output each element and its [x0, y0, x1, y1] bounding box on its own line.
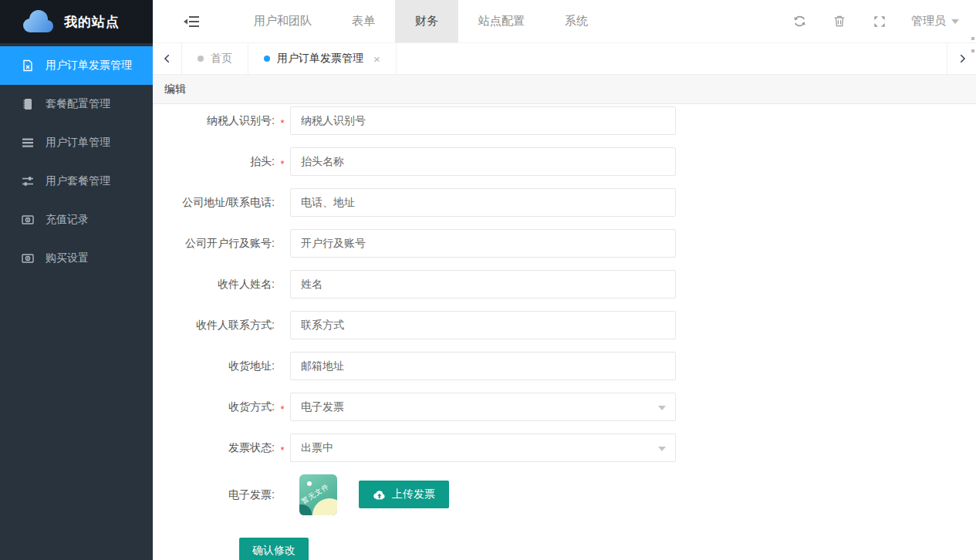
required-asterisk: *	[275, 113, 290, 129]
top-nav: 用户和团队表单财务站点配置系统	[234, 0, 608, 42]
field-label: 发票状态:	[174, 441, 275, 455]
header-actions: 管理员	[766, 0, 976, 42]
select-value: 电子发票	[301, 400, 344, 414]
required-asterisk-empty	[275, 241, 290, 245]
required-asterisk: *	[275, 154, 290, 170]
sidebar-item-label: 套餐配置管理	[46, 97, 110, 111]
form-row-7: 收货方式:*电子发票	[153, 393, 976, 421]
field-input-5[interactable]	[290, 311, 676, 339]
required-asterisk: *	[275, 440, 290, 456]
chevron-down-icon	[658, 406, 666, 410]
topnav-item-finance[interactable]: 财务	[395, 0, 458, 42]
required-asterisk-empty	[275, 201, 290, 204]
panel-title: 编辑	[164, 83, 186, 96]
sidebar-item-label: 用户套餐管理	[46, 174, 110, 188]
form-row-5: 收件人联系方式:	[153, 311, 976, 339]
tab-spacer	[397, 43, 947, 74]
cloud-logo-icon	[20, 8, 56, 35]
trash-icon[interactable]	[832, 15, 846, 29]
main-area: 用户和团队表单财务站点配置系统	[153, 0, 976, 560]
sidebar-item-label: 购买设置	[46, 251, 89, 265]
chevron-down-icon	[658, 447, 666, 451]
upload-cloud-icon	[373, 490, 385, 500]
form-row-4: 收件人姓名:	[153, 270, 976, 299]
field-select-7[interactable]: 电子发票	[290, 393, 676, 421]
logo: 我的站点	[0, 0, 153, 43]
tab-1[interactable]: 用户订单发票管理×	[248, 43, 397, 74]
panel-title-bar: 编辑	[153, 75, 976, 104]
thumb-decor-circle	[312, 498, 337, 515]
field-label: 公司开户行及账号:	[174, 237, 275, 251]
invoice-preview-thumbnail[interactable]: 暂无文件	[299, 474, 337, 515]
field-input-6[interactable]	[290, 352, 676, 380]
topnav-item-forms[interactable]: 表单	[332, 0, 395, 42]
tab-label: 用户订单发票管理	[277, 52, 363, 66]
user-menu-label: 管理员	[911, 14, 946, 29]
topnav-item-users-teams[interactable]: 用户和团队	[234, 0, 332, 42]
form-row-6: 收货地址:	[153, 352, 976, 380]
field-label: 抬头:	[174, 155, 275, 169]
fullscreen-icon[interactable]	[873, 15, 887, 29]
tab-0[interactable]: 首页	[182, 43, 248, 74]
required-asterisk-empty	[275, 364, 290, 368]
select-value: 出票中	[301, 441, 333, 455]
sidebar-item-user-order-invoice[interactable]: 用户订单发票管理	[0, 46, 153, 85]
tabs-scroll-left-icon[interactable]	[153, 43, 182, 74]
required-asterisk-empty	[275, 474, 290, 478]
sidebar-item-user-orders[interactable]: 用户订单管理	[0, 123, 153, 162]
file-invoice-icon	[21, 59, 34, 73]
form-row-1: 抬头:*	[153, 147, 976, 176]
sidebar-item-package-config[interactable]: 套餐配置管理	[0, 85, 153, 123]
tab-status-dot	[264, 56, 270, 62]
edit-form: 纳税人识别号:*抬头:*公司地址/联系电话:公司开户行及账号:收件人姓名:收件人…	[153, 104, 976, 560]
tab-close-icon[interactable]: ×	[373, 53, 380, 65]
field-select-8[interactable]: 出票中	[290, 433, 676, 462]
form-row-0: 纳税人识别号:*	[153, 106, 976, 135]
header: 用户和团队表单财务站点配置系统	[153, 0, 976, 43]
thumb-decor-dot	[307, 481, 312, 486]
sidebar-item-label: 充值记录	[46, 213, 89, 227]
form-row-8: 发票状态:*出票中	[153, 433, 976, 462]
refresh-icon[interactable]	[792, 15, 806, 29]
tab-status-dot	[198, 56, 204, 62]
field-input-3[interactable]	[290, 229, 676, 258]
tab-list: 首页用户订单发票管理×	[182, 43, 397, 74]
stack-icon	[21, 98, 34, 111]
confirm-changes-button[interactable]: 确认修改	[239, 538, 309, 560]
form-row-3: 公司开户行及账号:	[153, 229, 976, 258]
sidebar-item-label: 用户订单发票管理	[46, 59, 132, 73]
field-input-2[interactable]	[290, 188, 676, 217]
tab-strip: 首页用户订单发票管理×	[153, 43, 976, 75]
required-asterisk-empty	[275, 323, 290, 327]
sliders-icon	[21, 175, 34, 188]
sidebar: 我的站点 用户订单发票管理套餐配置管理用户订单管理用户套餐管理充值记录购买设置	[0, 0, 153, 560]
user-menu[interactable]: 管理员	[911, 14, 959, 29]
money-icon	[21, 214, 34, 227]
field-label: 公司地址/联系电话:	[174, 196, 275, 210]
field-input-4[interactable]	[290, 270, 676, 299]
sidebar-item-user-packages[interactable]: 用户套餐管理	[0, 162, 153, 201]
form-rows: 纳税人识别号:*抬头:*公司地址/联系电话:公司开户行及账号:收件人姓名:收件人…	[153, 106, 976, 515]
site-title: 我的站点	[64, 13, 120, 31]
sidebar-item-recharge-records[interactable]: 充值记录	[0, 201, 153, 239]
list-icon	[21, 137, 34, 150]
field-input-1[interactable]	[290, 147, 676, 176]
required-asterisk: *	[275, 400, 290, 415]
scrollbar-artifact	[971, 37, 975, 52]
tab-label: 首页	[211, 52, 232, 66]
field-input-0[interactable]	[290, 106, 676, 135]
collapse-menu-icon[interactable]	[184, 15, 199, 28]
form-row-9: 电子发票:暂无文件上传发票	[153, 474, 976, 515]
sidebar-item-label: 用户订单管理	[46, 136, 110, 150]
field-label: 收件人姓名:	[174, 278, 275, 292]
topnav-item-site-config[interactable]: 站点配置	[458, 0, 545, 42]
upload-invoice-button[interactable]: 上传发票	[359, 481, 449, 508]
chevron-down-icon	[951, 19, 959, 24]
sidebar-item-purchase-settings[interactable]: 购买设置	[0, 239, 153, 278]
money-icon	[21, 252, 34, 265]
topnav-item-system[interactable]: 系统	[545, 0, 608, 42]
field-label: 收件人联系方式:	[174, 319, 275, 332]
field-label: 收货方式:	[174, 400, 275, 414]
field-label: 电子发票:	[174, 488, 275, 502]
required-asterisk-empty	[275, 282, 290, 286]
